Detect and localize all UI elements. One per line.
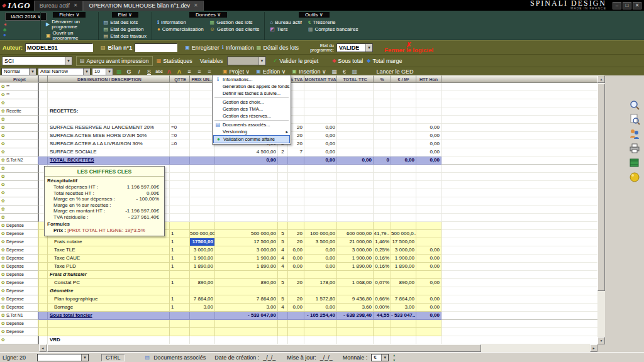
- side-sphere-button[interactable]: [629, 172, 640, 183]
- vertical-scrollbar[interactable]: ▲ ▼: [597, 75, 605, 344]
- scroll-left-button[interactable]: ◄: [39, 344, 47, 352]
- variables-label[interactable]: Variables: [200, 58, 223, 64]
- cell-htt[interactable]: 0,00: [416, 148, 441, 156]
- cell-ttc[interactable]: [337, 91, 374, 99]
- cell-ttc[interactable]: [337, 328, 374, 336]
- cell-eur[interactable]: 500 000,0..: [391, 230, 416, 238]
- cell-mtva[interactable]: 0,00: [304, 304, 337, 312]
- project-row-header[interactable]: ✿S.Tot N2: [0, 156, 39, 165]
- column-header-mtva[interactable]: MONTANT TVA: [304, 75, 337, 83]
- project-row-header[interactable]: ✿Dépense: [0, 238, 39, 246]
- currency-format-button[interactable]: €: [340, 68, 349, 75]
- project-row-header[interactable]: ✿Dépense: [0, 287, 39, 295]
- cell-tva[interactable]: [288, 165, 304, 173]
- cell-prix[interactable]: [190, 156, 215, 165]
- cell-qtte[interactable]: [170, 99, 190, 107]
- menu-item-gestion-des-reserves[interactable]: Gestion des réserves...: [213, 112, 290, 119]
- cell-mtva[interactable]: [304, 83, 337, 91]
- cell-total[interactable]: [215, 222, 278, 230]
- horizontal-scroll-thumb[interactable]: [47, 344, 481, 352]
- menu-item-informations[interactable]: ℹInformations...: [213, 76, 290, 83]
- cell-htt[interactable]: 0,00: [416, 156, 441, 165]
- cell-total[interactable]: 4 500,00: [215, 148, 278, 156]
- cell-mtva[interactable]: 3 500,00: [304, 238, 337, 246]
- row-marker-cell[interactable]: [39, 263, 48, 271]
- column-header-ttc[interactable]: TOTAL TTC: [337, 75, 374, 83]
- cell-prix[interactable]: [190, 287, 215, 295]
- cell-qtte[interactable]: [170, 287, 190, 295]
- row-marker-cell[interactable]: [39, 156, 48, 165]
- statistics-button[interactable]: ▦Statistiques: [157, 58, 192, 64]
- cell-pct[interactable]: [374, 148, 391, 156]
- ribbon-item-ouvrir-un-programme[interactable]: ▣Ouvrir un programme: [46, 31, 93, 41]
- cell-eur[interactable]: 1 890,00: [391, 263, 416, 271]
- ribbon-item-gestion-des-clients[interactable]: ☺Gestion des clients: [210, 26, 260, 32]
- cell-pct[interactable]: [374, 140, 391, 148]
- borders-button[interactable]: ▦: [330, 68, 339, 75]
- cell-tva[interactable]: [288, 206, 304, 214]
- entity-select[interactable]: SCI▼: [2, 57, 72, 65]
- cell-ttc[interactable]: [337, 132, 374, 140]
- project-row-header[interactable]: ✿S.Tot N1: [0, 312, 39, 320]
- cell-c[interactable]: 5: [278, 279, 288, 287]
- status-filter-select[interactable]: ▼: [37, 354, 89, 361]
- variables-select[interactable]: ▼: [227, 57, 266, 65]
- cell-ttc[interactable]: 1 900,00: [337, 255, 374, 263]
- cell-mtva[interactable]: [304, 181, 337, 189]
- dropdown-icon[interactable]: ▼: [81, 354, 88, 361]
- row-marker-cell[interactable]: [39, 295, 48, 304]
- cell-ttc[interactable]: [337, 165, 374, 173]
- cell-prix[interactable]: 3 000,00: [190, 246, 215, 255]
- side-preview-button[interactable]: [629, 114, 640, 125]
- cell-ttc[interactable]: - 638 298,40: [337, 312, 374, 320]
- cell-pct[interactable]: 41,79..: [374, 230, 391, 238]
- cell-ttc[interactable]: [337, 99, 374, 107]
- ribbon-group-title-fichier[interactable]: Fichier ∨: [53, 12, 86, 18]
- project-row-header[interactable]: ✿**: [0, 91, 39, 99]
- tab-operation-mulhouse[interactable]: OPERATION MULHOUSE bilan n°1.dev✕: [83, 1, 203, 11]
- cell-qtte[interactable]: 1: [170, 304, 190, 312]
- cell-htt[interactable]: 0,00: [416, 132, 441, 140]
- cell-htt[interactable]: 0,00: [416, 312, 441, 320]
- cell-c[interactable]: [278, 173, 288, 181]
- designation-cell[interactable]: Taxe TLE: [48, 246, 170, 255]
- cell-qtte[interactable]: 1: [170, 230, 190, 238]
- project-row-header[interactable]: ✿Dépense: [0, 263, 39, 271]
- cell-mtva[interactable]: 0,00: [304, 140, 337, 148]
- ribbon-item-comptes-bancaires[interactable]: ▥Comptes bancaires: [308, 26, 358, 32]
- dropdown-icon[interactable]: ▼: [258, 57, 265, 65]
- cell-eur[interactable]: [391, 189, 416, 197]
- designation-cell[interactable]: [48, 116, 170, 124]
- documents-link[interactable]: Documents associés: [153, 354, 206, 361]
- cell-tva[interactable]: 20: [288, 230, 304, 238]
- cell-qtte[interactable]: [170, 107, 190, 116]
- cell-tva[interactable]: [288, 156, 304, 165]
- cell-mtva[interactable]: [304, 222, 337, 230]
- cell-qtte[interactable]: =0: [170, 140, 190, 148]
- dropdown-icon[interactable]: ▼: [381, 354, 388, 361]
- close-app-button[interactable]: ✗ Fermer le logiciel: [384, 42, 433, 53]
- highlight-button[interactable]: A: [175, 68, 184, 75]
- cell-htt[interactable]: [416, 99, 441, 107]
- row-marker-cell[interactable]: [39, 287, 48, 295]
- ribbon-group-title-outils[interactable]: Outils ∨: [299, 12, 330, 18]
- cell-total[interactable]: [215, 189, 278, 197]
- cell-eur[interactable]: [391, 197, 416, 206]
- cell-htt[interactable]: [416, 238, 441, 246]
- cell-ttc[interactable]: [337, 124, 374, 132]
- cell-qtte[interactable]: [170, 271, 190, 279]
- ribbon-group-title-donnees[interactable]: Données ∨: [189, 12, 227, 18]
- cell-htt[interactable]: 0,00: [416, 279, 441, 287]
- designation-cell[interactable]: Bornage: [48, 304, 170, 312]
- cell-ttc[interactable]: [337, 148, 374, 156]
- cell-pct[interactable]: [374, 107, 391, 116]
- cell-mtva[interactable]: [304, 165, 337, 173]
- align-left-button[interactable]: ≡: [185, 68, 194, 75]
- project-row-header[interactable]: ✿Dépense: [0, 271, 39, 279]
- designation-cell[interactable]: Géomètre: [48, 287, 170, 295]
- cell-htt[interactable]: [416, 165, 441, 173]
- cell-htt[interactable]: [416, 206, 441, 214]
- row-marker-cell[interactable]: [39, 320, 48, 328]
- cell-pct[interactable]: [374, 116, 391, 124]
- cell-htt[interactable]: [416, 173, 441, 181]
